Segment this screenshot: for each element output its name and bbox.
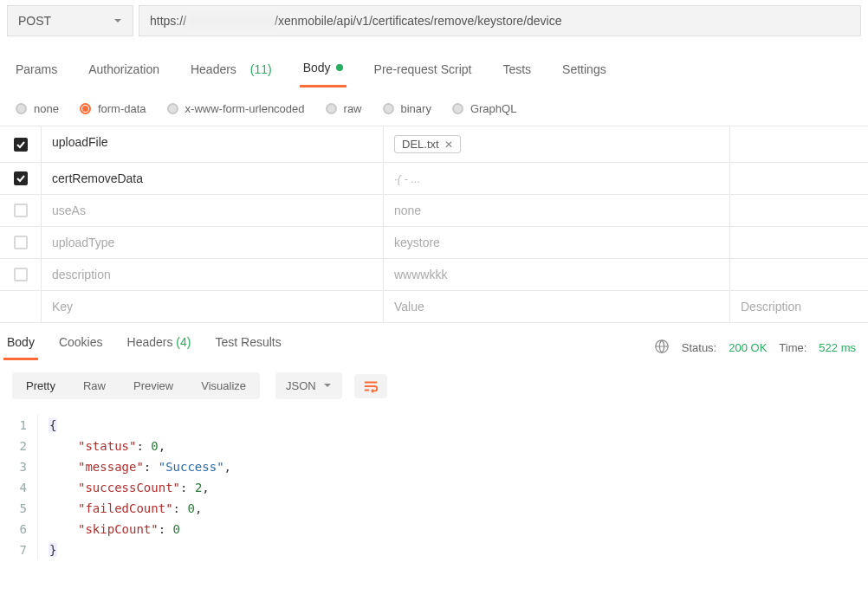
url-prefix: https:// (150, 14, 186, 28)
radio-circle-icon (383, 103, 394, 114)
form-key-input[interactable]: Key (42, 291, 384, 322)
radio-circle-icon (167, 103, 178, 114)
radio-graphql[interactable]: GraphQL (452, 102, 516, 115)
radio-urlencoded[interactable]: x-www-form-urlencoded (167, 102, 305, 115)
form-value-input[interactable]: none (384, 195, 730, 226)
file-name: DEL.txt (402, 138, 439, 151)
resp-tab-body[interactable]: Body (3, 335, 38, 360)
radio-circle-icon (16, 103, 27, 114)
form-row: certRemoveData ·{ - ... (0, 163, 868, 195)
radio-raw[interactable]: raw (326, 102, 362, 115)
resp-tab-cookies[interactable]: Cookies (55, 335, 107, 360)
http-method-select[interactable]: POST (7, 5, 133, 36)
body-modified-dot-icon (336, 64, 343, 71)
status-value: 200 OK (729, 341, 767, 354)
radio-circle-icon (326, 103, 337, 114)
row-checkbox[interactable] (14, 171, 28, 185)
form-desc-input[interactable] (730, 126, 868, 162)
time-value: 522 ms (819, 341, 856, 354)
viewer-preview[interactable]: Preview (120, 372, 187, 399)
form-value-input[interactable]: Value (384, 291, 730, 322)
request-tabs: Params Authorization Headers (11) Body P… (0, 42, 868, 88)
radio-circle-icon (452, 103, 463, 114)
url-hidden-host: xxxxxxxxxxxxxx (186, 14, 275, 28)
tab-prerequest[interactable]: Pre-request Script (371, 61, 476, 87)
tab-settings[interactable]: Settings (559, 61, 610, 87)
tab-headers[interactable]: Headers (11) (187, 61, 275, 87)
form-value-input[interactable]: wwwwkkk (384, 259, 730, 290)
response-json-viewer[interactable]: 1{ 2"status": 0, 3"message": "Success", … (0, 411, 868, 571)
form-row: description wwwwkkk (0, 259, 868, 291)
viewer-mode-group: Pretty Raw Preview Visualize (12, 372, 260, 399)
resp-tab-headers[interactable]: Headers (4) (124, 335, 195, 360)
resp-tab-test-results[interactable]: Test Results (211, 335, 284, 360)
http-method-value: POST (18, 14, 51, 28)
form-desc-input[interactable] (730, 195, 868, 226)
chevron-down-icon (113, 14, 122, 28)
form-key-input[interactable]: useAs (42, 195, 384, 226)
tab-authorization[interactable]: Authorization (85, 61, 163, 87)
close-icon[interactable]: ✕ (444, 139, 453, 151)
form-key-input[interactable]: certRemoveData (42, 163, 384, 194)
row-checkbox[interactable] (14, 236, 28, 249)
tab-params[interactable]: Params (12, 61, 61, 87)
radio-circle-icon (80, 103, 91, 114)
status-label: Status: (682, 341, 716, 354)
form-row-new: Key Value Description (0, 291, 868, 323)
wrap-lines-button[interactable] (354, 374, 387, 398)
radio-binary[interactable]: binary (383, 102, 431, 115)
time-label: Time: (779, 341, 806, 354)
file-chip[interactable]: DEL.txt ✕ (394, 135, 461, 153)
network-globe-icon[interactable] (654, 339, 670, 357)
chevron-down-icon (323, 379, 332, 392)
form-value-input[interactable]: ·{ - ... (384, 163, 730, 194)
tab-body[interactable]: Body (300, 61, 347, 87)
form-row: uploadFile DEL.txt ✕ (0, 126, 868, 163)
tab-tests[interactable]: Tests (499, 61, 534, 87)
viewer-raw[interactable]: Raw (69, 372, 120, 399)
form-row: useAs none (0, 195, 868, 227)
form-key-input[interactable]: uploadType (42, 227, 384, 258)
row-checkbox[interactable] (14, 268, 28, 281)
resp-headers-count: (4) (176, 335, 191, 349)
response-tabs: Body Cookies Headers (4) Test Results (3, 335, 285, 360)
form-row: uploadType keystore (0, 227, 868, 259)
row-checkbox[interactable] (14, 204, 28, 217)
request-url-input[interactable]: https://xxxxxxxxxxxxxx/xenmobile/api/v1/… (139, 5, 861, 36)
form-value-input[interactable]: keystore (384, 227, 730, 258)
form-key-input[interactable]: description (42, 259, 384, 290)
url-path: /xenmobile/api/v1/certificates/remove/ke… (275, 14, 561, 28)
form-desc-input[interactable] (730, 227, 868, 258)
row-checkbox[interactable] (14, 138, 28, 152)
form-data-table: uploadFile DEL.txt ✕ certRemoveData ·{ -… (0, 126, 868, 323)
form-value-input[interactable]: DEL.txt ✕ (384, 126, 730, 162)
radio-none[interactable]: none (16, 102, 59, 115)
form-desc-input[interactable] (730, 163, 868, 194)
form-desc-input[interactable]: Description (730, 291, 868, 322)
form-key-input[interactable]: uploadFile (42, 126, 384, 162)
radio-form-data[interactable]: form-data (80, 102, 146, 115)
headers-count: (11) (250, 62, 272, 76)
viewer-pretty[interactable]: Pretty (12, 372, 69, 399)
viewer-format-select[interactable]: JSON (275, 372, 342, 399)
viewer-visualize[interactable]: Visualize (187, 372, 260, 399)
form-desc-input[interactable] (730, 259, 868, 290)
body-type-radios: none form-data x-www-form-urlencoded raw… (0, 88, 868, 126)
